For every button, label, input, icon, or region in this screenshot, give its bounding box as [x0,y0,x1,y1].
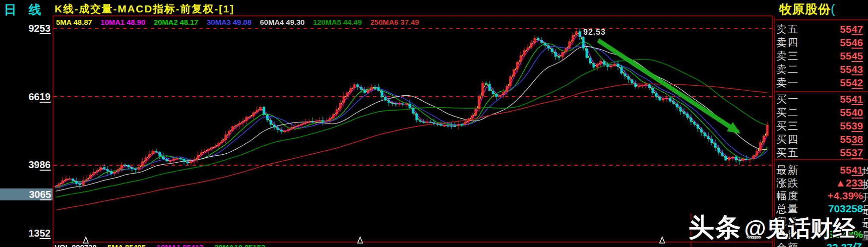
ask-row[interactable]: 卖三 5545 [774,49,868,62]
watermark-account: @鬼话财经 [744,216,855,241]
trading-terminal: { "header": { "period_char1": "日", "peri… [0,0,868,247]
bid-row[interactable]: 买三 5539 [774,119,868,132]
row-price: 5545 [840,50,863,62]
row-price: 5541 [840,93,863,105]
row-price: 5546 [840,37,863,49]
row-price: 5542 [840,77,863,89]
row-label: 卖四 [776,36,799,50]
ask-row[interactable]: 卖一 5542 [774,76,868,89]
row-label: 买三 [776,119,799,133]
info-col2-sliver: 换 [862,178,868,191]
row-price: 5537 [840,147,863,159]
row-label: 买二 [776,106,799,120]
volume-header-item: VOL 999730 [55,243,97,247]
volume-header-item: 20MA10 85152 [214,243,265,247]
watermark-brand: 头条 [688,213,742,242]
row-label: 卖一 [776,76,799,90]
stock-name[interactable]: 牧原股份( [779,1,835,17]
bid-row[interactable]: 买四 5538 [774,132,868,146]
watermark-squiggle: <<<<<< [746,234,760,240]
info-value: +4.39% [827,190,863,202]
row-label: 卖三 [776,49,799,63]
info-col2-sliver: 均 [862,165,868,179]
peak-price-annotation: 92.53 [583,28,606,37]
info-col2-sliver: 量 [862,229,868,243]
volume-header-item: 5MA 85495 [108,243,146,247]
bid-row[interactable]: 买一 5541 [774,92,868,106]
row-price: 5539 [840,120,863,132]
stock-code-paren: ( [831,2,835,16]
info-col2-sliver: 最 [862,216,868,230]
panel-title-divider [774,19,868,20]
info-label: 最新 [776,163,799,177]
row-label: 买一 [776,92,799,106]
watermark: 头条 @鬼话财经 [688,210,855,245]
row-price: 5547 [840,23,863,35]
info-col2-sliver: 最 [862,203,868,217]
bid-info-divider [774,159,868,160]
info-row: 最新 5541 [774,164,868,177]
bid-row[interactable]: 买五 5537 [774,146,868,159]
info-value: ▲233 [835,177,863,189]
bid-row[interactable]: 买二 5540 [774,106,868,119]
ask-row[interactable]: 卖四 5546 [774,36,868,49]
volume-pane-header: VOL 9997305MA 8549510MA1 8541320MA10 851… [55,243,276,247]
row-price: 5540 [840,107,863,119]
info-label: 涨跌 [776,176,799,190]
info-label: 幅度 [776,189,799,203]
volume-header-item: 10MA1 85413 [157,243,203,247]
row-price: 5543 [840,63,863,75]
info-row: 涨跌 ▲233 [774,177,868,189]
row-label: 买四 [776,132,799,146]
info-value: 5541 [840,164,863,176]
row-label: 卖二 [776,62,799,76]
row-label: 买五 [776,146,799,160]
row-label: 卖五 [776,22,799,36]
info-row: 幅度 +4.39% [774,189,868,202]
ask-row[interactable]: 卖二 5543 [774,62,868,76]
info-col2-sliver: 开 [862,190,868,204]
ask-row[interactable]: 卖五 5547 [774,22,868,36]
row-price: 5538 [840,133,863,145]
